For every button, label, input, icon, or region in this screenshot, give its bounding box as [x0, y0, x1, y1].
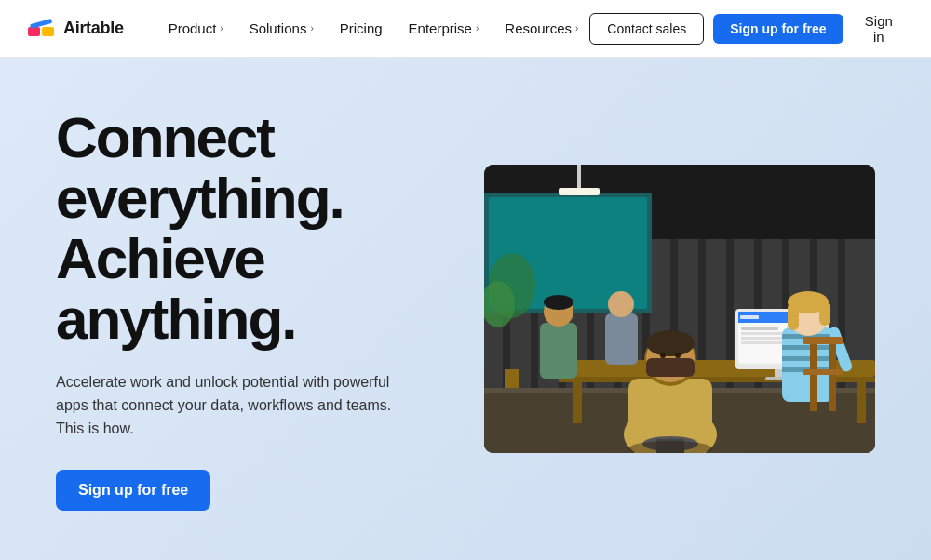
svg-rect-32 — [741, 327, 778, 330]
office-scene-svg — [484, 165, 875, 453]
nav-item-solutions[interactable]: Solutions › — [238, 13, 325, 44]
hero-image — [484, 165, 875, 453]
svg-rect-55 — [788, 302, 799, 330]
signup-header-button[interactable]: Sign up for free — [713, 14, 843, 44]
svg-rect-26 — [857, 377, 866, 423]
contact-sales-button[interactable]: Contact sales — [589, 13, 704, 45]
product-chevron-icon: › — [220, 23, 223, 33]
header: Airtable Product › Solutions › Pricing E… — [0, 0, 931, 58]
svg-rect-51 — [782, 356, 833, 361]
svg-rect-0 — [28, 27, 40, 36]
solutions-chevron-icon: › — [310, 23, 313, 33]
svg-point-62 — [608, 291, 634, 317]
signin-button[interactable]: Sign in — [853, 6, 905, 52]
signup-hero-button[interactable]: Sign up for free — [56, 470, 210, 511]
svg-point-42 — [646, 330, 695, 356]
hero-subtext: Accelerate work and unlock potential wit… — [56, 371, 410, 440]
hero-content: Connect everything. Achieve anything. Ac… — [56, 107, 428, 512]
svg-rect-61 — [605, 313, 638, 365]
svg-rect-66 — [803, 369, 843, 375]
hero-headline: Connect everything. Achieve anything. — [56, 107, 428, 349]
svg-rect-34 — [741, 337, 788, 340]
svg-rect-50 — [782, 345, 833, 350]
nav-item-enterprise[interactable]: Enterprise › — [398, 13, 491, 44]
nav-item-product[interactable]: Product › — [157, 13, 235, 44]
header-actions: Contact sales Sign up for free Sign in — [589, 6, 905, 52]
nav-item-pricing[interactable]: Pricing — [329, 13, 394, 44]
nav-item-resources[interactable]: Resources › — [493, 13, 589, 44]
svg-rect-56 — [819, 302, 830, 326]
svg-rect-58 — [540, 323, 577, 379]
hero-section: Connect everything. Achieve anything. Ac… — [0, 58, 931, 560]
logo[interactable]: Airtable — [26, 14, 124, 44]
svg-point-45 — [675, 353, 681, 358]
main-nav: Product › Solutions › Pricing Enterprise… — [157, 13, 590, 44]
resources-chevron-icon: › — [575, 23, 578, 33]
svg-point-60 — [544, 295, 573, 310]
svg-rect-70 — [505, 369, 519, 388]
logo-text: Airtable — [63, 19, 124, 38]
svg-rect-65 — [803, 337, 843, 344]
hero-image-area — [484, 165, 875, 453]
svg-rect-25 — [573, 377, 582, 423]
airtable-logo-icon — [26, 14, 56, 44]
svg-point-73 — [559, 188, 600, 195]
svg-rect-39 — [628, 379, 712, 444]
svg-point-44 — [660, 353, 666, 358]
svg-rect-43 — [646, 358, 695, 377]
svg-rect-30 — [740, 315, 759, 319]
svg-rect-1 — [42, 27, 54, 36]
enterprise-chevron-icon: › — [476, 23, 479, 33]
